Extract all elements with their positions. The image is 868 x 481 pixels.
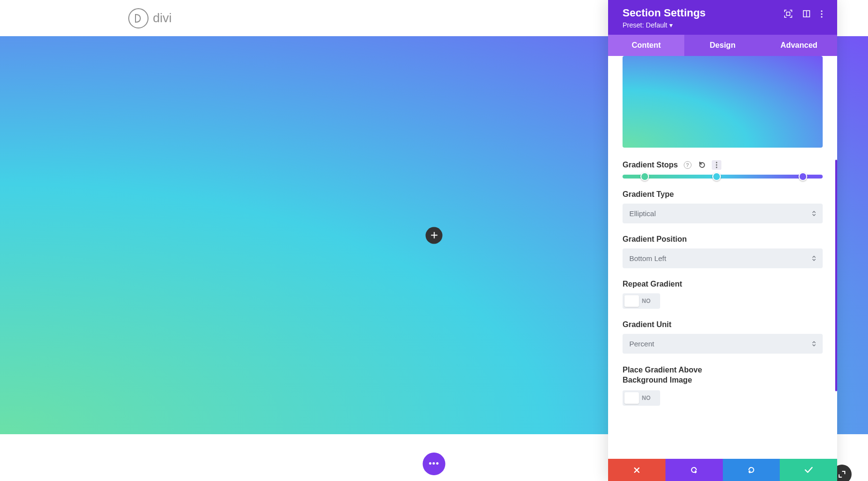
control-gradient-unit: Gradient Unit Percent <box>623 320 823 354</box>
tab-content[interactable]: Content <box>608 35 684 56</box>
control-place-above: Place Gradient Above Background Image NO <box>623 365 823 406</box>
logo-text: divi <box>153 11 172 26</box>
save-button[interactable] <box>780 459 837 481</box>
control-repeat-gradient: Repeat Gradient NO <box>623 280 823 309</box>
toggle-knob <box>624 392 639 404</box>
columns-icon[interactable] <box>803 10 810 17</box>
logo: divi <box>128 8 172 29</box>
svg-point-5 <box>821 13 822 14</box>
tab-design[interactable]: Design <box>684 35 760 56</box>
panel-title: Section Settings <box>623 7 705 19</box>
svg-point-6 <box>821 16 822 17</box>
svg-point-7 <box>716 162 717 164</box>
redo-icon <box>747 466 756 474</box>
gradient-stop-2[interactable] <box>712 172 721 181</box>
tab-advanced[interactable]: Advanced <box>761 35 837 56</box>
repeat-gradient-label: Repeat Gradient <box>623 280 823 289</box>
gradient-unit-label: Gradient Unit <box>623 320 823 329</box>
gradient-unit-select[interactable]: Percent <box>623 334 823 354</box>
gradient-position-label: Gradient Position <box>623 235 823 244</box>
builder-menu-button[interactable]: ••• <box>423 453 446 475</box>
undo-icon <box>690 466 698 474</box>
redo-button[interactable] <box>723 459 780 481</box>
panel-tabs: Content Design Advanced <box>608 35 837 56</box>
divi-logo-icon <box>128 8 149 29</box>
control-gradient-position: Gradient Position Bottom Left <box>623 235 823 268</box>
expand-icon <box>838 470 846 478</box>
control-gradient-stops: Gradient Stops ? <box>623 160 823 179</box>
place-above-label: Place Gradient Above Background Image <box>623 365 719 385</box>
gradient-type-label: Gradient Type <box>623 190 823 199</box>
select-arrows-icon <box>812 211 816 216</box>
gradient-position-select[interactable]: Bottom Left <box>623 248 823 268</box>
svg-point-8 <box>716 165 717 166</box>
control-gradient-type: Gradient Type Elliptical <box>623 190 823 223</box>
gradient-stop-3[interactable] <box>799 172 807 181</box>
select-arrows-icon <box>812 256 816 261</box>
options-icon[interactable] <box>712 160 721 170</box>
plus-icon <box>431 232 437 239</box>
svg-point-4 <box>821 10 822 12</box>
panel-body: Gradient Stops ? Gradient Type <box>608 56 837 459</box>
gradient-stop-1[interactable] <box>640 172 649 181</box>
repeat-gradient-toggle[interactable]: NO <box>623 293 660 309</box>
gradient-preview <box>623 56 823 148</box>
kebab-icon[interactable] <box>821 10 823 18</box>
caret-down-icon: ▾ <box>669 21 673 29</box>
discard-button[interactable] <box>608 459 665 481</box>
select-arrows-icon <box>812 341 816 346</box>
svg-point-0 <box>129 9 148 28</box>
focus-icon[interactable] <box>784 10 792 18</box>
svg-point-9 <box>716 167 717 168</box>
undo-button[interactable] <box>665 459 723 481</box>
help-icon[interactable]: ? <box>683 160 692 170</box>
close-icon <box>633 467 640 474</box>
toggle-knob <box>624 295 639 307</box>
settings-panel: Section Settings Preset: Default ▾ Conte… <box>608 0 837 481</box>
reset-icon[interactable] <box>697 160 707 170</box>
place-above-toggle[interactable]: NO <box>623 390 660 406</box>
add-section-button[interactable] <box>426 227 443 244</box>
svg-rect-1 <box>787 12 790 15</box>
ellipsis-icon: ••• <box>429 459 439 469</box>
preset-dropdown[interactable]: Preset: Default ▾ <box>623 21 705 29</box>
check-icon <box>804 467 813 473</box>
scrollbar[interactable] <box>835 160 837 391</box>
gradient-stops-slider[interactable] <box>623 175 823 179</box>
gradient-stops-label: Gradient Stops <box>623 161 678 169</box>
panel-footer <box>608 459 837 481</box>
gradient-type-select[interactable]: Elliptical <box>623 204 823 223</box>
panel-header: Section Settings Preset: Default ▾ <box>608 0 837 35</box>
